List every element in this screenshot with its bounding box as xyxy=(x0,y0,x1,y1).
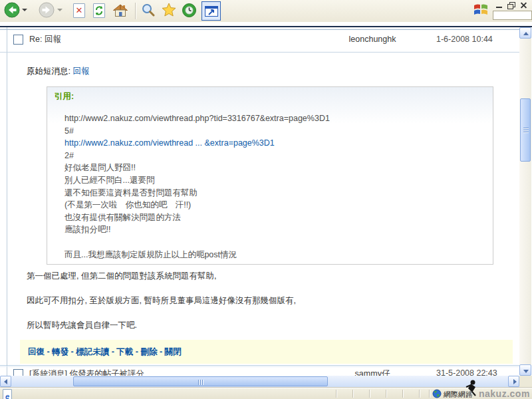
nakuz-logo: nakuz.com xyxy=(479,388,530,399)
scroll-left-button[interactable] xyxy=(0,376,11,387)
popout-window-button[interactable] xyxy=(201,1,221,21)
quote-label: 引用: xyxy=(55,91,74,102)
ie-page-icon: e xyxy=(3,389,12,399)
thumb-grip-icon xyxy=(523,128,529,133)
close-button[interactable] xyxy=(519,1,529,9)
message-subject-link[interactable]: Re: 回報 xyxy=(29,34,61,45)
origin-message-line: 原始短消息: 回報 xyxy=(27,66,89,77)
quote-line: 5# xyxy=(65,125,330,138)
quote-line: (不是第一次啦 你也知的吧 汗!!) xyxy=(65,199,330,211)
toolbar-separator xyxy=(135,3,136,19)
reply-paragraph: 所以暫時先讓會員自律一下吧. xyxy=(27,320,296,331)
reply-paragraph: 因此可不用扣分, 至於版規方面, 暫時所見董事局這邊好像沒有那幾個版有, xyxy=(27,295,296,306)
vertical-scrollbar[interactable] xyxy=(519,27,531,376)
statusbar-divider xyxy=(336,390,337,398)
statusbar-divider xyxy=(369,390,370,398)
horizontal-scroll-thumb[interactable] xyxy=(73,376,328,386)
thumb-grip-icon xyxy=(198,380,203,385)
quote-block: 引用: http://www2.nakuz.com/viewthread.php… xyxy=(47,86,493,265)
minimize-button[interactable] xyxy=(495,1,504,9)
down-arrow-icon xyxy=(523,370,529,373)
quote-lines: http://www2.nakuz.com/viewthread.php?tid… xyxy=(65,112,330,261)
action-separator: - xyxy=(45,347,52,356)
stop-button[interactable]: ✕ xyxy=(73,3,85,18)
browser-toolbar: ✕ xyxy=(0,0,532,22)
home-button[interactable] xyxy=(113,3,129,19)
quote-line: 也沒有提供有關解決問題的方法 xyxy=(65,211,330,224)
favorites-button[interactable] xyxy=(162,3,178,19)
restore-button[interactable] xyxy=(507,1,516,9)
vertical-scroll-thumb[interactable] xyxy=(520,98,531,162)
address-box xyxy=(493,11,532,20)
back-dropdown-icon[interactable] xyxy=(22,9,27,11)
reply-paragraph: 第一個已處理, 但第二個的問題對該系統問題有幫助, xyxy=(27,271,296,281)
action-reply-link[interactable]: 回復 xyxy=(28,347,45,356)
action-download-link[interactable]: 下載 xyxy=(116,347,133,356)
quote-line: 應該扣分吧!! xyxy=(65,223,330,236)
forward-button[interactable] xyxy=(39,2,55,18)
statusbar-divider xyxy=(386,390,387,398)
history-button[interactable] xyxy=(182,3,198,19)
table-left-border xyxy=(7,27,7,376)
scroll-right-button[interactable] xyxy=(508,376,519,387)
statusbar-divider xyxy=(419,390,420,398)
row-border xyxy=(0,29,519,30)
next-message-checkbox[interactable] xyxy=(13,369,23,376)
statusbar-divider xyxy=(352,390,354,398)
forward-dropdown-icon[interactable] xyxy=(57,9,63,11)
internet-zone-globe-icon xyxy=(432,389,442,399)
up-arrow-icon xyxy=(523,32,529,35)
nakuz-mascot-icon xyxy=(465,379,478,399)
action-separator: - xyxy=(157,347,164,356)
message-sender-link[interactable]: leonchunghk xyxy=(313,35,432,44)
page-content: Re: 回報 leonchunghk 1-6-2008 10:44 原始短消息:… xyxy=(0,27,519,376)
back-button[interactable] xyxy=(4,2,20,18)
popout-window-icon xyxy=(205,6,218,17)
quote-line: 而且...我想應該制定版規防止以上的呃post情況 xyxy=(65,249,330,261)
quote-line: 好似老是問人野囧!! xyxy=(65,162,330,174)
action-separator: - xyxy=(133,347,140,356)
search-button[interactable] xyxy=(141,3,157,19)
action-bar: 回復 - 轉發 - 標記未讀 - 下載 - 刪除 - 關閉 xyxy=(20,340,513,364)
row-border xyxy=(0,365,519,366)
reply-body: 第一個已處理, 但第二個的問題對該系統問題有幫助,因此可不用扣分, 至於版規方面… xyxy=(27,271,296,344)
action-delete-link[interactable]: 刪除 xyxy=(140,347,157,356)
quote-line xyxy=(65,236,330,249)
status-bar: e 網際網路 nakuz.com xyxy=(0,387,532,399)
next-message-date: 31-5-2008 22:43 xyxy=(436,368,497,376)
quote-line-link[interactable]: http://www2.nakuz.com/viewthread ... &ex… xyxy=(65,137,330,150)
action-mark-unread-link[interactable]: 標記未讀 xyxy=(76,347,109,356)
action-close-link[interactable]: 關閉 xyxy=(165,347,182,356)
refresh-button[interactable] xyxy=(93,3,105,18)
action-separator: - xyxy=(109,347,116,356)
quote-line: http://www2.nakuz.com/viewthread.php?tid… xyxy=(65,112,330,125)
quote-line: 2# xyxy=(65,150,330,162)
next-message-subject-link[interactable]: [系統消息] 你發表的帖子被評分 xyxy=(29,368,144,376)
next-message-sender-link[interactable]: sammy仔 xyxy=(313,368,432,376)
action-forward-link[interactable]: 轉發 xyxy=(52,347,68,356)
row-border xyxy=(0,366,519,367)
action-separator: - xyxy=(68,347,76,356)
windows-flag-icon xyxy=(473,2,488,18)
ie-e-glyph: e xyxy=(5,392,9,399)
statusbar-divider xyxy=(402,390,404,398)
scroll-down-button[interactable] xyxy=(519,364,531,376)
right-arrow-icon xyxy=(513,379,517,384)
message-checkbox[interactable] xyxy=(13,35,23,45)
horizontal-scrollbar[interactable] xyxy=(0,376,519,387)
origin-label: 原始短消息: xyxy=(27,66,70,76)
scroll-up-button[interactable] xyxy=(519,27,531,39)
row-border xyxy=(0,52,519,53)
message-date: 1-6-2008 10:44 xyxy=(436,35,493,44)
scrollbar-corner xyxy=(519,376,532,387)
left-arrow-icon xyxy=(4,379,7,384)
origin-link[interactable]: 回報 xyxy=(72,66,89,76)
quote-line: 還不知佢要這資料是否對問題有幫助 xyxy=(65,187,330,200)
stop-x-icon: ✕ xyxy=(76,5,83,15)
quote-line: 別人已經不問白...還要問 xyxy=(65,174,330,187)
action-links: 回復 - 轉發 - 標記未讀 - 下載 - 刪除 - 關閉 xyxy=(28,346,182,358)
statusbar-divider xyxy=(429,390,430,398)
